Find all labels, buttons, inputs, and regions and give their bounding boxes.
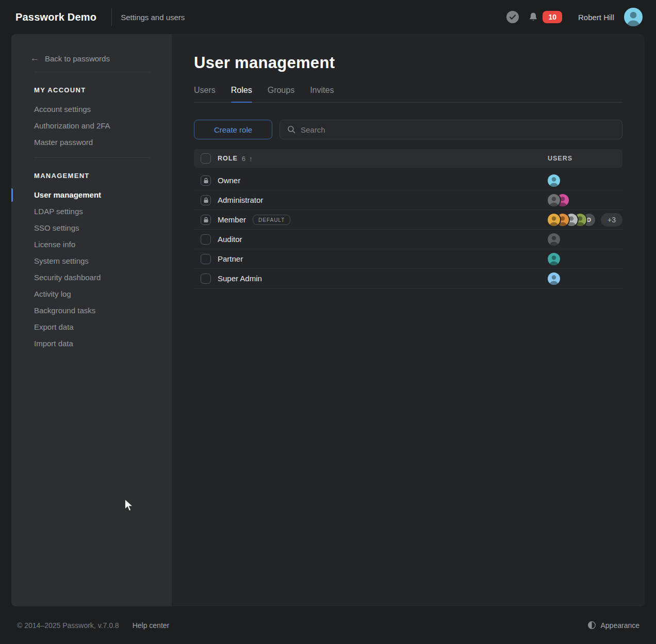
role-row-administrator: Administrator [194,190,622,210]
settings-sidebar: ← Back to passwords MY ACCOUNTAccount se… [11,34,172,606]
user-avatar [548,272,560,285]
locked-role-icon [201,195,211,205]
sidebar-item-export-data[interactable]: Export data [11,319,172,335]
user-name: Robert Hill [578,13,614,22]
help-center-link[interactable]: Help center [133,621,170,630]
tab-invites[interactable]: Invites [310,86,334,102]
sidebar-section-title-management: MANAGEMENT [11,172,172,182]
more-users-badge[interactable]: +3 [601,213,622,227]
back-label: Back to passwords [45,54,110,63]
sidebar-divider [34,157,150,158]
user-avatar [548,233,560,246]
footer: © 2014–2025 Passwork, v.7.0.8 Help cente… [0,606,656,644]
role-row-super-admin: Super Admin [194,269,622,288]
sidebar-section-title-my-account: MY ACCOUNT [11,86,172,96]
create-role-button[interactable]: Create role [194,120,272,139]
role-checkbox[interactable] [201,273,211,284]
sidebar-item-background-tasks[interactable]: Background tasks [11,302,172,319]
roles-table-header: ROLE 6 ↑ USERS [194,149,622,168]
role-name: Administrator [218,196,263,204]
copyright-text: © 2014–2025 Passwork, v.7.0.8 [17,621,119,630]
sidebar-divider [34,72,150,72]
user-avatar [548,214,560,226]
role-column-header: ROLE [218,155,238,162]
sidebar-item-import-data[interactable]: Import data [11,335,172,352]
appearance-toggle[interactable]: Appearance [587,621,639,630]
sort-ascending-icon: ↑ [249,155,253,163]
users-column-header: USERS [548,155,572,162]
role-checkbox[interactable] [201,254,211,264]
top-bar: Passwork Demo Settings and users 10 Robe… [0,0,656,34]
tab-bar: UsersRolesGroupsInvites [194,86,622,103]
sidebar-item-license-info[interactable]: License info [11,236,172,253]
search-box[interactable] [280,120,622,139]
sidebar-item-authorization-and-2fa[interactable]: Authorization and 2FA [11,118,172,134]
user-avatar [548,253,560,265]
bell-icon[interactable] [528,11,539,23]
sidebar-item-master-password[interactable]: Master password [11,134,172,151]
search-input[interactable] [301,125,615,134]
tab-roles[interactable]: Roles [231,86,252,102]
select-all-checkbox[interactable] [201,153,211,164]
page-title: User management [194,54,622,72]
app-title: Passwork Demo [15,11,96,23]
main-panel: User management UsersRolesGroupsInvites … [172,34,645,606]
sidebar-item-security-dashboard[interactable]: Security dashboard [11,269,172,286]
back-arrow-icon: ← [30,53,39,63]
context-title: Settings and users [121,13,185,22]
notification-count-badge[interactable]: 10 [543,11,562,23]
role-row-partner: Partner [194,249,622,269]
role-sort-control[interactable]: ROLE 6 ↑ [211,155,252,163]
user-avatar [548,194,560,206]
roles-table-body: OwnerAdministratorMemberDEFAULTD+3Audito… [194,171,622,288]
header-divider [111,8,112,26]
tasks-check-icon[interactable] [506,10,519,24]
role-row-auditor: Auditor [194,230,622,249]
sidebar-sections: MY ACCOUNTAccount settingsAuthorization … [11,72,172,352]
user-avatar[interactable] [624,8,643,26]
back-to-passwords-link[interactable]: ← Back to passwords [11,52,172,65]
search-icon [287,125,296,134]
sidebar-item-system-settings[interactable]: System settings [11,253,172,269]
role-name: Owner [218,176,240,185]
user-avatar [548,174,560,187]
sidebar-item-sso-settings[interactable]: SSO settings [11,220,172,236]
appearance-label: Appearance [600,621,639,630]
tab-users[interactable]: Users [194,86,216,102]
sidebar-item-account-settings[interactable]: Account settings [11,101,172,118]
role-name: Partner [218,254,243,263]
tab-groups[interactable]: Groups [268,86,294,102]
locked-role-icon [201,175,211,186]
role-row-member: MemberDEFAULTD+3 [194,210,622,230]
role-name: Auditor [218,235,242,244]
sidebar-item-user-management[interactable]: User management [11,187,172,203]
role-checkbox[interactable] [201,234,211,245]
role-count: 6 [242,155,245,163]
appearance-contrast-icon [587,621,596,630]
role-name: Super Admin [218,274,262,283]
default-badge: DEFAULT [253,215,290,225]
role-row-owner: Owner [194,171,622,190]
sidebar-item-ldap-settings[interactable]: LDAP settings [11,203,172,220]
sidebar-item-activity-log[interactable]: Activity log [11,286,172,302]
locked-role-icon [201,215,211,225]
role-name: Member [218,215,246,224]
